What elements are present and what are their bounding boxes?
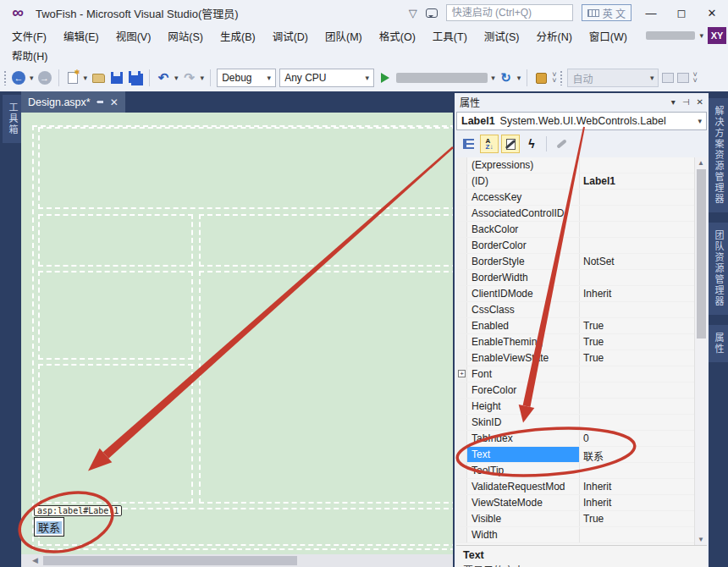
property-row-height[interactable]: Height bbox=[456, 399, 707, 415]
property-value[interactable] bbox=[580, 415, 707, 430]
menu-item-2[interactable]: 视图(V) bbox=[108, 25, 160, 47]
property-row-associatedcontrolid[interactable]: AssociatedControlID bbox=[456, 206, 707, 222]
new-file-button[interactable] bbox=[65, 70, 80, 85]
property-name[interactable]: EnableTheming bbox=[467, 334, 580, 350]
property-value[interactable] bbox=[580, 383, 707, 398]
menu-item-4[interactable]: 生成(B) bbox=[212, 25, 264, 47]
property-name[interactable]: Font bbox=[467, 366, 580, 382]
table-cell-row4-left[interactable] bbox=[38, 364, 193, 504]
property-value[interactable] bbox=[580, 366, 707, 382]
property-row-id[interactable]: (ID)Label1 bbox=[456, 173, 707, 190]
property-name[interactable]: (Expressions) bbox=[467, 157, 580, 173]
property-name[interactable]: Height bbox=[467, 399, 580, 414]
table-cell-header[interactable] bbox=[38, 127, 453, 209]
property-row-text[interactable]: Text联系 bbox=[456, 447, 707, 463]
save-all-button[interactable] bbox=[128, 70, 143, 85]
property-value[interactable] bbox=[580, 302, 707, 317]
panel-menu-icon[interactable]: ▾ bbox=[671, 97, 676, 107]
right-tab-0[interactable]: 解决方案资源管理器 bbox=[709, 98, 728, 212]
property-name[interactable]: CssClass bbox=[467, 302, 580, 317]
events-button[interactable]: ϟ bbox=[522, 135, 541, 153]
property-name[interactable]: Visible bbox=[467, 511, 580, 526]
menu-item-7[interactable]: 格式(O) bbox=[371, 25, 424, 47]
property-row-tabindex[interactable]: TabIndex0 bbox=[456, 431, 707, 447]
property-row-clientidmode[interactable]: ClientIDModeInherit bbox=[456, 286, 707, 302]
attach-process-button[interactable] bbox=[533, 70, 549, 85]
property-row-borderwidth[interactable]: BorderWidth bbox=[456, 270, 707, 286]
property-row-accesskey[interactable]: AccessKey bbox=[456, 190, 707, 206]
navigate-forward-button[interactable]: → bbox=[37, 70, 52, 85]
property-row-cssclass[interactable]: CssClass bbox=[456, 302, 707, 318]
menu-item-1[interactable]: 编辑(E) bbox=[55, 25, 108, 47]
open-file-button[interactable] bbox=[91, 70, 106, 85]
property-name[interactable]: ForeColor bbox=[467, 383, 580, 398]
property-name[interactable]: EnableViewState bbox=[467, 350, 580, 366]
save-button[interactable] bbox=[109, 70, 124, 85]
property-row-validaterequestmod[interactable]: ValidateRequestModInherit bbox=[456, 479, 707, 495]
property-value[interactable] bbox=[580, 238, 707, 253]
property-value[interactable]: Inherit bbox=[580, 495, 707, 510]
property-value[interactable] bbox=[580, 399, 707, 414]
pin-icon[interactable] bbox=[97, 98, 104, 106]
property-value[interactable]: 联系 bbox=[580, 447, 707, 462]
user-avatar[interactable]: XY bbox=[708, 27, 726, 44]
property-name[interactable]: AssociatedControlID bbox=[467, 206, 580, 221]
property-value[interactable]: True bbox=[580, 318, 707, 333]
menu-item-5[interactable]: 调试(D) bbox=[264, 25, 317, 47]
table-cell-row2-left[interactable] bbox=[38, 214, 193, 267]
property-name[interactable]: (ID) bbox=[467, 173, 580, 189]
property-name[interactable]: ValidateRequestMod bbox=[467, 479, 580, 494]
table-cell-row3-left[interactable] bbox=[38, 271, 193, 360]
property-value[interactable] bbox=[580, 190, 707, 205]
horizontal-scrollbar[interactable]: ◀ bbox=[21, 554, 453, 567]
right-tab-1[interactable]: 团队资源管理器 bbox=[709, 223, 728, 315]
property-value[interactable]: True bbox=[580, 334, 707, 350]
notifications-icon[interactable]: ▽ bbox=[409, 7, 417, 19]
alphabetical-button[interactable]: AZ↓ bbox=[480, 135, 499, 153]
user-dropdown-icon[interactable]: ▾ bbox=[699, 31, 703, 40]
property-row-visible[interactable]: VisibleTrue bbox=[456, 511, 707, 527]
refresh-dropdown-icon[interactable]: ▾ bbox=[517, 74, 521, 82]
menu-item-6[interactable]: 团队(M) bbox=[317, 25, 371, 47]
scroll-up-icon[interactable]: ▲ bbox=[698, 159, 704, 167]
minimize-button[interactable]: — bbox=[640, 7, 662, 19]
scroll-down-icon[interactable]: ▼ bbox=[698, 536, 704, 543]
property-value[interactable]: Inherit bbox=[580, 479, 707, 494]
toolbar-grip[interactable] bbox=[3, 70, 8, 85]
ime-indicator[interactable]: 英 文 bbox=[582, 4, 631, 21]
property-value[interactable] bbox=[580, 463, 707, 478]
quick-launch-input[interactable]: 快速启动 (Ctrl+Q) bbox=[446, 4, 573, 21]
toolbar-grip-2[interactable] bbox=[560, 70, 564, 85]
refresh-button[interactable]: ↻ bbox=[499, 70, 514, 85]
menu-item-9[interactable]: 测试(S) bbox=[476, 25, 528, 47]
property-row-expressions[interactable]: (Expressions) bbox=[456, 157, 707, 173]
properties-view-button[interactable] bbox=[501, 135, 520, 153]
property-value[interactable] bbox=[580, 157, 707, 173]
property-value[interactable] bbox=[580, 270, 707, 285]
property-value[interactable] bbox=[580, 222, 707, 237]
undo-dropdown-icon[interactable]: ▾ bbox=[174, 74, 179, 82]
property-value[interactable]: True bbox=[580, 350, 707, 366]
property-name[interactable]: ViewStateMode bbox=[467, 495, 580, 510]
design-surface[interactable]: asp:label#Label1 联系 bbox=[21, 113, 453, 554]
property-name[interactable]: AccessKey bbox=[467, 190, 580, 205]
menu-item-0[interactable]: 文件(F) bbox=[3, 25, 55, 47]
menu-item-11[interactable]: 窗口(W) bbox=[581, 25, 636, 47]
feedback-icon[interactable] bbox=[426, 8, 438, 18]
property-name[interactable]: SkinID bbox=[467, 415, 580, 430]
table-cell-row2-right[interactable] bbox=[199, 214, 453, 267]
property-name[interactable]: TabIndex bbox=[467, 431, 580, 446]
property-value[interactable]: 0 bbox=[580, 431, 707, 446]
undo-button[interactable]: ↶ bbox=[156, 70, 171, 85]
toolbar-overflow-icon[interactable]: ˅˅ bbox=[552, 72, 556, 84]
label-control[interactable]: 联系 bbox=[34, 517, 64, 537]
right-tab-2[interactable]: 属性 bbox=[709, 325, 728, 362]
panel-pin-icon[interactable]: ⊣ bbox=[682, 97, 690, 107]
categorized-button[interactable] bbox=[459, 135, 477, 153]
toolbar-overflow-icon-2[interactable]: ˅˅ bbox=[692, 72, 697, 84]
debug-configuration-combo[interactable]: Debug▾ bbox=[217, 69, 276, 87]
property-name[interactable]: Text bbox=[467, 447, 580, 462]
platform-combo[interactable]: Any CPU▾ bbox=[279, 69, 374, 87]
toolbox-tab[interactable]: 工具箱 bbox=[3, 95, 23, 143]
horizontal-scroll-thumb[interactable] bbox=[43, 556, 297, 565]
